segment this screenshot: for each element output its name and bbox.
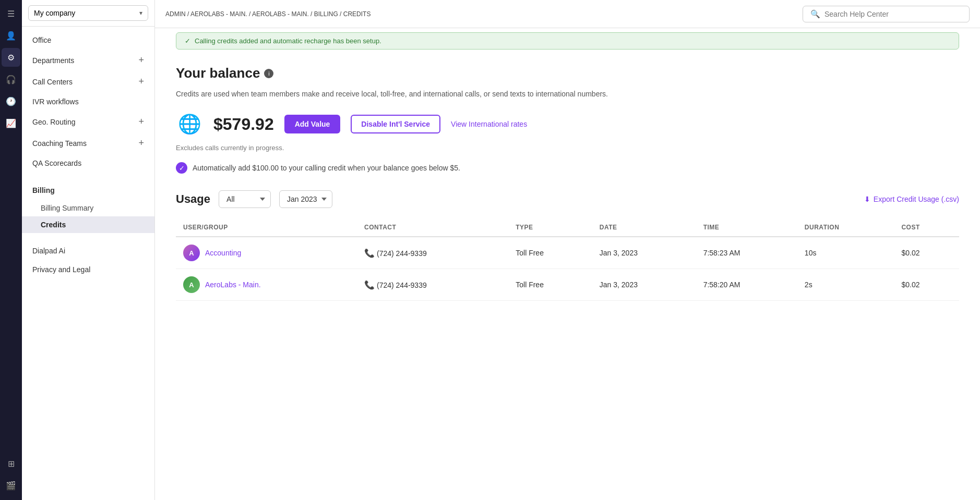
sidebar-item-coaching-teams[interactable]: Coaching Teams + xyxy=(22,132,154,154)
usage-table-container: USER/GROUP CONTACT TYPE DATE TIME DURATI… xyxy=(176,218,959,301)
sidebar-header: My company ▾ xyxy=(22,0,154,27)
avatar: A xyxy=(183,276,200,293)
usage-left: Usage All Jan 2023 xyxy=(176,190,332,208)
cell-time: 7:58:23 AM xyxy=(696,237,797,269)
sidebar-item-dialpad-ai[interactable]: Dialpad Ai xyxy=(22,241,154,260)
avatar: A xyxy=(183,245,200,261)
export-label: Export Credit Usage (.csv) xyxy=(874,195,959,203)
download-icon: ⬇ xyxy=(864,195,870,203)
content-area: Your balance i Credits are used when tea… xyxy=(155,50,980,500)
billing-section: Billing Billing Summary Credits xyxy=(22,177,154,237)
sidebar-bottom-nav: Dialpad Ai Privacy and Legal xyxy=(22,237,154,283)
headset-icon[interactable]: 🎧 xyxy=(2,70,20,89)
excludes-note: Excludes calls currently in progress. xyxy=(176,144,959,152)
billing-header: Billing xyxy=(22,181,154,200)
user-link[interactable]: Accounting xyxy=(205,249,241,257)
plus-icon: + xyxy=(138,76,144,87)
sidebar-item-billing-summary[interactable]: Billing Summary xyxy=(22,200,154,216)
sidebar-item-departments[interactable]: Departments + xyxy=(22,50,154,71)
check-circle-icon: ✓ xyxy=(176,162,187,174)
globe-icon: 🌐 xyxy=(176,111,203,138)
table-row: A AeroLabs - Main. 📞 (724) 244-9339 Toll… xyxy=(176,269,959,301)
page-title: Your balance xyxy=(176,65,260,81)
cell-date: Jan 3, 2023 xyxy=(592,269,696,301)
col-user-group: USER/GROUP xyxy=(176,218,357,237)
sidebar-item-office[interactable]: Office xyxy=(22,31,154,50)
plus-icon: + xyxy=(138,55,144,66)
auto-recharge-row: ✓ Automatically add $100.00 to your call… xyxy=(176,162,959,174)
sidebar-item-call-centers[interactable]: Call Centers + xyxy=(22,71,154,92)
user-link[interactable]: AeroLabs - Main. xyxy=(205,281,261,289)
cell-cost: $0.02 xyxy=(894,237,959,269)
sidebar-item-qa-scorecards[interactable]: QA Scorecards xyxy=(22,154,154,173)
usage-header-row: Usage All Jan 2023 ⬇ Export Credit Usage… xyxy=(176,190,959,208)
cell-contact: 📞 (724) 244-9339 xyxy=(357,269,508,301)
success-banner: ✓ Calling credits added and automatic re… xyxy=(176,32,959,50)
video-icon[interactable]: 🎬 xyxy=(2,476,20,495)
export-csv-button[interactable]: ⬇ Export Credit Usage (.csv) xyxy=(864,195,959,203)
analytics-icon[interactable]: 📈 xyxy=(2,114,20,132)
usage-table: USER/GROUP CONTACT TYPE DATE TIME DURATI… xyxy=(176,218,959,301)
search-input[interactable] xyxy=(824,10,962,18)
call-icon: 📞 xyxy=(364,281,375,289)
page-title-row: Your balance i xyxy=(176,65,959,81)
banner-text: Calling credits added and automatic rech… xyxy=(195,37,381,45)
cell-contact: 📞 (724) 244-9339 xyxy=(357,237,508,269)
cell-duration: 2s xyxy=(797,269,894,301)
settings-icon[interactable]: ⚙ xyxy=(2,48,20,67)
chevron-down-icon: ▾ xyxy=(139,9,142,17)
subtitle: Credits are used when team members make … xyxy=(176,90,959,98)
balance-amount: $579.92 xyxy=(213,115,274,134)
cell-type: Toll Free xyxy=(508,237,592,269)
dialpad-icon[interactable]: ⊞ xyxy=(2,454,20,473)
breadcrumb: ADMIN / AEROLABS - MAIN. / AEROLABS - MA… xyxy=(165,10,371,18)
col-type: TYPE xyxy=(508,218,592,237)
usage-title: Usage xyxy=(176,192,210,206)
sidebar-item-geo-routing[interactable]: Geo. Routing + xyxy=(22,111,154,132)
menu-icon[interactable]: ☰ xyxy=(2,4,20,23)
plus-icon: + xyxy=(138,138,144,149)
sidebar-item-ivr-workflows[interactable]: IVR workflows xyxy=(22,92,154,111)
search-icon: 🔍 xyxy=(810,9,820,19)
sidebar-item-credits[interactable]: Credits xyxy=(22,216,154,233)
icon-bar: ☰ 👤 ⚙ 🎧 🕐 📈 ⊞ 🎬 xyxy=(0,0,22,500)
col-duration: DURATION xyxy=(797,218,894,237)
col-time: TIME xyxy=(696,218,797,237)
cell-user: A Accounting xyxy=(176,237,357,269)
info-icon[interactable]: i xyxy=(264,69,273,78)
table-row: A Accounting 📞 (724) 244-9339 Toll Free … xyxy=(176,237,959,269)
main-content: ADMIN / AEROLABS - MAIN. / AEROLABS - MA… xyxy=(155,0,980,500)
user-icon[interactable]: 👤 xyxy=(2,26,20,45)
search-bar[interactable]: 🔍 xyxy=(803,6,970,22)
company-selector[interactable]: My company ▾ xyxy=(28,5,148,21)
col-date: DATE xyxy=(592,218,696,237)
cell-time: 7:58:20 AM xyxy=(696,269,797,301)
cell-user: A AeroLabs - Main. xyxy=(176,269,357,301)
auto-recharge-text: Automatically add $100.00 to your callin… xyxy=(193,164,460,172)
add-value-button[interactable]: Add Value xyxy=(284,115,341,133)
plus-icon: + xyxy=(138,116,144,127)
sidebar: My company ▾ Office Departments + Call C… xyxy=(22,0,155,500)
col-cost: COST xyxy=(894,218,959,237)
check-icon: ✓ xyxy=(185,37,190,45)
cell-duration: 10s xyxy=(797,237,894,269)
call-icon: 📞 xyxy=(364,249,375,258)
clock-icon[interactable]: 🕐 xyxy=(2,92,20,111)
sidebar-item-privacy-legal[interactable]: Privacy and Legal xyxy=(22,260,154,279)
cell-date: Jan 3, 2023 xyxy=(592,237,696,269)
sidebar-nav: Office Departments + Call Centers + IVR … xyxy=(22,27,154,177)
disable-intl-button[interactable]: Disable Int'l Service xyxy=(351,115,440,133)
banner-wrapper: ✓ Calling credits added and automatic re… xyxy=(155,28,980,50)
balance-row: 🌐 $579.92 Add Value Disable Int'l Servic… xyxy=(176,111,959,138)
view-intl-rates-link[interactable]: View International rates xyxy=(451,120,527,128)
col-contact: CONTACT xyxy=(357,218,508,237)
filter-type-select[interactable]: All xyxy=(219,190,271,208)
cell-type: Toll Free xyxy=(508,269,592,301)
cell-cost: $0.02 xyxy=(894,269,959,301)
filter-month-select[interactable]: Jan 2023 xyxy=(279,190,332,208)
company-name: My company xyxy=(34,9,75,17)
top-bar: ADMIN / AEROLABS - MAIN. / AEROLABS - MA… xyxy=(155,0,980,28)
